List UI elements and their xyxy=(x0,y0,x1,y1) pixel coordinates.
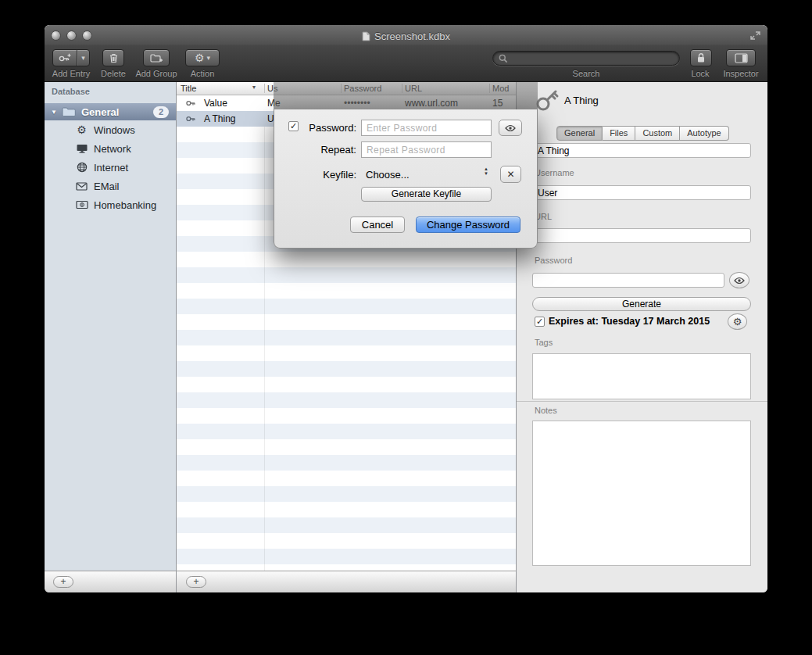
keyfile-popup[interactable]: Choose... xyxy=(366,169,410,181)
sheet-shadow xyxy=(274,82,538,109)
sidebar-item-label: EMail xyxy=(94,181,120,192)
clear-keyfile-button[interactable]: ✕ xyxy=(500,166,521,183)
gear-icon: ⚙ xyxy=(733,317,742,327)
inspector-button[interactable] xyxy=(726,49,756,66)
column-divider[interactable] xyxy=(264,84,265,93)
cell-title: Value xyxy=(204,98,227,109)
notes-input[interactable] xyxy=(532,421,751,566)
reveal-password-button[interactable] xyxy=(729,272,749,288)
document-icon xyxy=(362,31,370,41)
sidebar-item-email[interactable]: EMail xyxy=(45,177,176,195)
envelope-icon xyxy=(75,182,88,191)
folder-plus-icon xyxy=(150,53,163,63)
window-title: Screenshot.kdbx xyxy=(374,30,450,42)
inspector-entry-title: A Thing xyxy=(564,95,599,106)
expires-label: Expires at: Tuesday 17 March 2015 xyxy=(549,316,710,327)
add-entry-label: Add Entry xyxy=(48,69,95,78)
add-group-button[interactable] xyxy=(143,49,170,66)
dialog-keyfile-label: Keyfile: xyxy=(274,169,356,181)
screen: Screenshot.kdbx ▾ ⚙ ▾ Add Entry Del xyxy=(0,0,812,655)
username-field[interactable] xyxy=(532,185,751,200)
generate-keyfile-button[interactable]: Generate Keyfile xyxy=(361,187,492,202)
sort-indicator-icon: ▾ xyxy=(252,84,256,91)
delete-label: Delete xyxy=(90,69,137,78)
chevron-down-icon[interactable]: ▾ xyxy=(77,50,89,66)
inspector-label: Inspector xyxy=(717,69,764,78)
sidebar-divider[interactable] xyxy=(176,82,177,592)
sidebar-item-internet[interactable]: Internet xyxy=(45,158,176,177)
delete-button[interactable] xyxy=(102,49,124,66)
sidebar-header: Database xyxy=(52,87,90,96)
tab-custom[interactable]: Custom xyxy=(635,126,680,141)
folder-icon xyxy=(62,106,77,117)
chevron-down-icon: ▾ xyxy=(207,54,211,62)
search-field[interactable] xyxy=(492,51,680,66)
add-entry-button[interactable]: ▾ xyxy=(52,49,90,66)
change-password-dialog: ✓ Password: Repeat: Keyfile: Choose... ▲… xyxy=(274,109,538,249)
action-button[interactable]: ⚙ ▾ xyxy=(185,49,220,66)
stepper-down-icon: ▼ xyxy=(484,171,488,176)
add-group-label: Add Group xyxy=(133,69,180,78)
password-label: Password xyxy=(535,256,572,265)
sidebar-item-label: Windows xyxy=(94,124,135,136)
change-password-button[interactable]: Change Password xyxy=(416,217,520,233)
dialog-password-label: Password: xyxy=(274,122,356,134)
entry-key-icon xyxy=(535,87,561,115)
new-password-input[interactable] xyxy=(361,120,492,136)
url-field[interactable] xyxy=(532,228,751,243)
dialog-repeat-label: Repeat: xyxy=(274,144,356,156)
eye-icon xyxy=(505,124,516,132)
sidebar-item-label: Network xyxy=(94,143,131,155)
action-label: Action xyxy=(179,69,226,78)
disclosure-triangle-icon[interactable]: ▼ xyxy=(51,109,57,116)
cancel-button[interactable]: Cancel xyxy=(350,217,405,233)
sidebar-item-homebanking[interactable]: Homebanking xyxy=(45,195,176,214)
search-icon xyxy=(499,54,508,63)
gear-icon: ⚙ xyxy=(195,52,205,63)
group-count-badge: 2 xyxy=(153,106,169,118)
popup-stepper-icon[interactable]: ▲ ▼ xyxy=(484,166,488,176)
title-bar: Screenshot.kdbx xyxy=(45,30,767,42)
inspector-panel: A Thing General Files Custom Autotype Us… xyxy=(516,82,767,592)
tags-label: Tags xyxy=(535,338,553,347)
group-sidebar: Database ▼ General 2 ⚙ Windows Network xyxy=(45,82,176,571)
gear-icon: ⚙ xyxy=(75,124,88,135)
key-icon xyxy=(185,113,196,124)
sidebar-item-windows[interactable]: ⚙ Windows xyxy=(45,120,176,139)
tab-general[interactable]: General xyxy=(556,126,603,141)
sidebar-item-label: Homebanking xyxy=(94,199,156,211)
tab-autotype[interactable]: Autotype xyxy=(680,126,728,141)
inspector-panel-icon xyxy=(735,53,748,63)
sidebar-item-network[interactable]: Network xyxy=(45,139,176,158)
key-icon xyxy=(185,98,196,109)
password-field[interactable] xyxy=(532,273,724,288)
title-field[interactable] xyxy=(532,143,751,158)
generate-password-button[interactable]: Generate xyxy=(532,297,751,311)
key-plus-icon xyxy=(53,50,77,66)
tags-input[interactable] xyxy=(532,353,751,399)
check-icon: ✓ xyxy=(536,317,543,326)
expires-settings-button[interactable]: ⚙ xyxy=(728,313,747,330)
cell-title: A Thing xyxy=(204,113,235,124)
fullscreen-icon[interactable] xyxy=(750,31,760,40)
lock-label: Lock xyxy=(677,69,724,78)
section-divider xyxy=(516,401,767,402)
table-grid-line xyxy=(264,95,265,571)
app-window: Screenshot.kdbx ▾ ⚙ ▾ Add Entry Del xyxy=(45,25,767,592)
sidebar-group-label: General xyxy=(81,106,119,118)
table-bottom-bar xyxy=(176,571,516,592)
sidebar-group-general[interactable]: ▼ General 2 xyxy=(45,103,176,120)
trash-icon xyxy=(109,53,118,63)
tab-files[interactable]: Files xyxy=(603,126,635,141)
lock-icon xyxy=(696,52,706,63)
expires-checkbox[interactable]: ✓ xyxy=(535,317,545,327)
close-icon: ✕ xyxy=(506,169,514,180)
add-group-plus-button[interactable]: + xyxy=(53,576,73,588)
add-entry-plus-button[interactable]: + xyxy=(186,576,206,588)
search-input[interactable] xyxy=(511,52,674,65)
repeat-password-input[interactable] xyxy=(361,141,492,158)
notes-label: Notes xyxy=(535,406,557,415)
lock-button[interactable] xyxy=(690,49,712,66)
column-header-title[interactable]: Title xyxy=(181,84,196,93)
show-password-button[interactable] xyxy=(499,120,522,136)
